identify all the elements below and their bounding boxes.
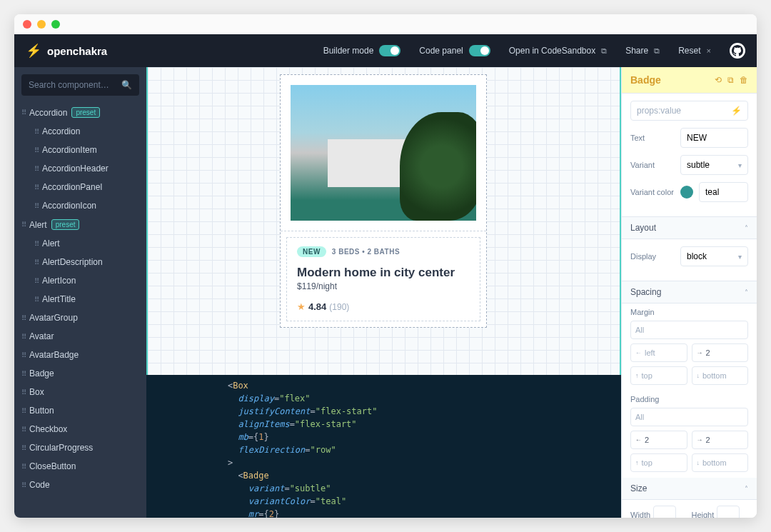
maximize-window-icon[interactable] bbox=[51, 20, 60, 29]
drag-handle-icon: ⠿ bbox=[21, 444, 25, 452]
component-item-badge[interactable]: ⠿Badge bbox=[14, 364, 146, 383]
drag-handle-icon: ⠿ bbox=[21, 388, 25, 396]
variant-select[interactable]: subtle▾ bbox=[680, 155, 748, 175]
card-image bbox=[291, 85, 476, 221]
height-input[interactable] bbox=[717, 506, 740, 518]
component-item-accordionicon[interactable]: ⠿AccordionIcon bbox=[14, 196, 146, 215]
component-item-alerticon[interactable]: ⠿AlertIcon bbox=[14, 271, 146, 290]
text-input[interactable]: NEW bbox=[680, 128, 748, 148]
component-sidebar: Search component… 🔍 ⠿Accordionpreset⠿Acc… bbox=[14, 67, 146, 518]
component-item-button[interactable]: ⠿Button bbox=[14, 401, 146, 420]
external-link-icon: ⧉ bbox=[654, 46, 660, 56]
builder-mode-toggle[interactable]: Builder mode bbox=[323, 45, 401, 56]
margin-bottom-input[interactable]: ↓bottom bbox=[692, 366, 749, 385]
star-icon: ★ bbox=[297, 301, 306, 312]
variant-color-input[interactable]: teal bbox=[699, 182, 748, 202]
chevron-up-icon: ˄ bbox=[745, 224, 748, 232]
component-item-accordionpanel[interactable]: ⠿AccordionPanel bbox=[14, 178, 146, 196]
component-item-accordionheader[interactable]: ⠿AccordionHeader bbox=[14, 159, 146, 178]
component-item-avatar[interactable]: ⠿Avatar bbox=[14, 327, 146, 346]
rating-count: (190) bbox=[329, 302, 349, 312]
component-item-alertdescription[interactable]: ⠿AlertDescription bbox=[14, 253, 146, 271]
component-item-accordionitem[interactable]: ⠿AccordionItem bbox=[14, 141, 146, 159]
share-button[interactable]: Share ⧉ bbox=[625, 46, 660, 56]
margin-top-input[interactable]: ↑top bbox=[630, 366, 687, 385]
drag-handle-icon: ⠿ bbox=[21, 221, 25, 229]
badge-new[interactable]: NEW bbox=[297, 246, 326, 257]
toggle-icon bbox=[379, 45, 400, 56]
component-item-checkbox[interactable]: ⠿Checkbox bbox=[14, 420, 146, 438]
chevron-up-icon: ˄ bbox=[745, 485, 748, 493]
component-item-accordion[interactable]: ⠿Accordionpreset bbox=[14, 103, 146, 122]
drag-handle-icon: ⠿ bbox=[34, 184, 38, 191]
padding-bottom-input[interactable]: ↓bottom bbox=[692, 453, 749, 472]
padding-right-input[interactable]: →2 bbox=[692, 431, 749, 449]
app-name: openchakra bbox=[47, 45, 107, 57]
canvas-area: NEW 3 BEDS • 2 BATHS Modern home in city… bbox=[146, 67, 621, 518]
window-titlebar bbox=[14, 14, 757, 34]
component-item-avatargroup[interactable]: ⠿AvatarGroup bbox=[14, 308, 146, 327]
drag-handle-icon: ⠿ bbox=[34, 296, 38, 303]
drag-handle-icon: ⠿ bbox=[34, 240, 38, 248]
close-icon: × bbox=[707, 46, 711, 55]
chevron-down-icon: ▾ bbox=[738, 161, 742, 169]
margin-right-input[interactable]: →2 bbox=[692, 343, 749, 362]
component-item-alert[interactable]: ⠿Alertpreset bbox=[14, 215, 146, 234]
code-panel[interactable]: <Box display="flex" justifyContent="flex… bbox=[146, 375, 621, 518]
reset-button[interactable]: Reset × bbox=[678, 46, 711, 56]
preset-badge: preset bbox=[71, 107, 100, 118]
component-item-box[interactable]: ⠿Box bbox=[14, 383, 146, 401]
padding-all-input[interactable]: All bbox=[630, 408, 748, 426]
margin-left-input[interactable]: ←left bbox=[630, 343, 687, 362]
drag-handle-icon: ⠿ bbox=[21, 333, 25, 341]
drag-handle-icon: ⠿ bbox=[21, 426, 25, 433]
search-input[interactable]: Search component… 🔍 bbox=[21, 74, 139, 96]
drag-handle-icon: ⠿ bbox=[34, 165, 38, 173]
logo: ⚡ openchakra bbox=[26, 43, 107, 59]
github-icon[interactable] bbox=[730, 43, 745, 59]
bolt-icon: ⚡ bbox=[26, 43, 41, 59]
component-item-avatarbadge[interactable]: ⠿AvatarBadge bbox=[14, 346, 146, 364]
component-item-circularprogress[interactable]: ⠿CircularProgress bbox=[14, 438, 146, 457]
inspector-panel: Badge ⟲ ⧉ 🗑 props:value ⚡ Text NEW Varia… bbox=[621, 67, 757, 518]
trash-icon[interactable]: 🗑 bbox=[740, 75, 748, 85]
bolt-icon: ⚡ bbox=[731, 106, 742, 116]
layout-section-toggle[interactable]: Layout˄ bbox=[622, 217, 757, 239]
spacing-section-toggle[interactable]: Spacing˄ bbox=[622, 281, 757, 303]
inspector-title: Badge bbox=[630, 74, 661, 86]
props-value-input[interactable]: props:value ⚡ bbox=[630, 101, 748, 121]
drag-handle-icon: ⠿ bbox=[21, 407, 25, 415]
size-section-toggle[interactable]: Size˄ bbox=[622, 478, 757, 500]
drag-handle-icon: ⠿ bbox=[21, 109, 25, 116]
toggle-icon bbox=[469, 45, 490, 56]
padding-top-input[interactable]: ↑top bbox=[630, 453, 687, 472]
minimize-window-icon[interactable] bbox=[37, 20, 46, 29]
component-item-closebutton[interactable]: ⠿CloseButton bbox=[14, 457, 146, 476]
close-window-icon[interactable] bbox=[23, 20, 31, 29]
card-meta: 3 BEDS • 2 BATHS bbox=[332, 248, 400, 256]
drag-handle-icon: ⠿ bbox=[34, 128, 38, 136]
component-item-code[interactable]: ⠿Code bbox=[14, 476, 146, 494]
external-link-icon: ⧉ bbox=[601, 46, 607, 56]
drag-handle-icon: ⠿ bbox=[21, 314, 25, 322]
component-item-alert[interactable]: ⠿Alert bbox=[14, 234, 146, 253]
refresh-icon[interactable]: ⟲ bbox=[715, 75, 722, 85]
drag-handle-icon: ⠿ bbox=[34, 259, 38, 266]
component-item-accordion[interactable]: ⠿Accordion bbox=[14, 122, 146, 141]
component-item-alerttitle[interactable]: ⠿AlertTitle bbox=[14, 290, 146, 308]
display-select[interactable]: block▾ bbox=[680, 246, 748, 266]
color-swatch[interactable] bbox=[680, 186, 693, 199]
margin-all-input[interactable]: All bbox=[630, 321, 748, 339]
drag-handle-icon: ⠿ bbox=[34, 202, 38, 210]
drag-handle-icon: ⠿ bbox=[34, 146, 38, 154]
open-codesandbox-button[interactable]: Open in CodeSandbox ⧉ bbox=[509, 46, 607, 56]
width-input[interactable] bbox=[653, 506, 676, 518]
copy-icon[interactable]: ⧉ bbox=[727, 75, 734, 85]
padding-left-input[interactable]: ←2 bbox=[630, 431, 687, 449]
card-price: $119/night bbox=[297, 281, 470, 291]
preview-card[interactable]: NEW 3 BEDS • 2 BATHS Modern home in city… bbox=[280, 74, 487, 328]
drag-handle-icon: ⠿ bbox=[34, 277, 38, 285]
search-icon: 🔍 bbox=[121, 80, 132, 90]
canvas[interactable]: NEW 3 BEDS • 2 BATHS Modern home in city… bbox=[146, 67, 621, 375]
code-panel-toggle[interactable]: Code panel bbox=[419, 45, 490, 56]
